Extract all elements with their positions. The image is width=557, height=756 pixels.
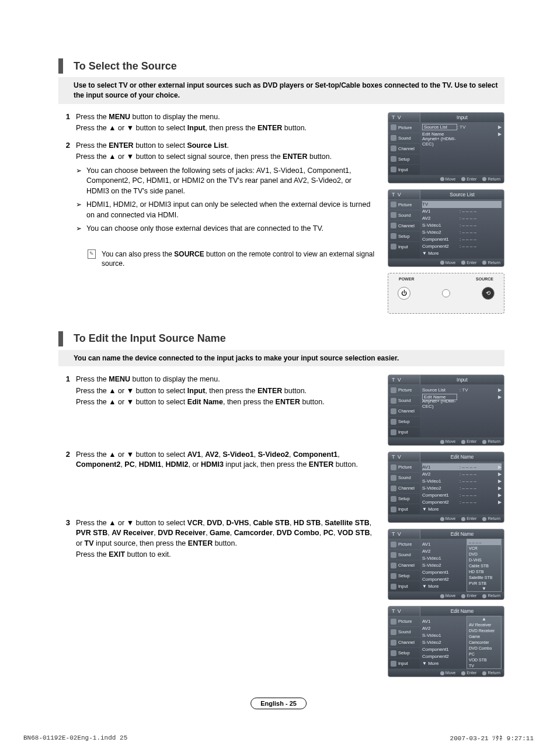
osd-footer-return[interactable]: Return xyxy=(482,176,500,182)
osd-sidebar-item[interactable]: Picture xyxy=(388,616,420,626)
osd-sidebar-item[interactable]: Setup xyxy=(388,416,420,426)
osd-footer-enter[interactable]: Enter xyxy=(461,593,476,598)
osd-sidebar-item[interactable]: Picture xyxy=(388,462,420,472)
dropdown-item[interactable]: TV xyxy=(467,663,501,668)
dropdown-item[interactable]: Cable STB xyxy=(467,563,501,568)
osd-main-row[interactable]: S-Video2: – – – –▶ xyxy=(422,484,502,491)
osd-footer-enter[interactable]: Enter xyxy=(461,516,476,521)
dropdown-arrow-up-icon[interactable]: ▲ xyxy=(467,616,501,622)
osd-footer-move[interactable]: Move xyxy=(440,516,456,521)
osd-sidebar-item[interactable]: Input xyxy=(388,658,420,668)
osd-sidebar-item[interactable]: Channel xyxy=(388,405,420,416)
osd-main-row[interactable]: AV2: – – – – xyxy=(422,215,502,222)
osd-sidebar-item[interactable]: Sound xyxy=(388,472,420,483)
osd-footer-return[interactable]: Return xyxy=(482,670,500,675)
osd-sidebar-item[interactable]: Channel xyxy=(388,143,420,154)
dropdown-item[interactable]: Satellite STB xyxy=(467,574,501,580)
osd-sidebar-item[interactable]: Picture xyxy=(388,539,420,549)
dropdown-item[interactable]: DVD Combo xyxy=(467,645,501,651)
osd-sidebar-item[interactable]: Setup xyxy=(388,231,420,241)
osd-sidebar-item[interactable]: Picture xyxy=(388,122,420,133)
osd-main-row[interactable]: Component1: – – – – xyxy=(422,236,502,243)
osd-main-row[interactable]: ▼ More xyxy=(422,250,502,257)
osd-footer-enter[interactable]: Enter xyxy=(461,176,476,182)
osd-footer-return[interactable]: Return xyxy=(482,516,500,521)
dropdown-item-selected[interactable]: – – – – xyxy=(467,539,501,545)
dropdown-item[interactable]: DVD xyxy=(467,551,501,557)
osd-footer-enter[interactable]: Enter xyxy=(461,439,476,444)
osd-sidebar-item[interactable]: Channel xyxy=(388,637,420,647)
osd-sidebar-item[interactable]: Setup xyxy=(388,647,420,658)
osd-header-title: Edit Name xyxy=(420,529,504,539)
osd-main-row[interactable]: Source List: TV▶ xyxy=(422,386,502,393)
osd-sidebar-item[interactable]: Input xyxy=(388,504,420,514)
osd-main-row[interactable]: Anynet+ (HDMI-CEC) xyxy=(422,400,502,407)
osd-sidebar-item[interactable]: Sound xyxy=(388,210,420,220)
osd-dropdown[interactable]: ▲AV ReceiverDVD ReceiverGameCamcorderDVD… xyxy=(467,616,502,669)
dropdown-item[interactable]: PVR STB xyxy=(467,580,501,586)
osd-tv-label: T V xyxy=(388,606,420,616)
dropdown-item[interactable]: Game xyxy=(467,633,501,639)
osd-sidebar-item[interactable]: Channel xyxy=(388,483,420,493)
osd-footer-move[interactable]: Move xyxy=(440,670,456,675)
dropdown-item[interactable]: VCR xyxy=(467,545,501,551)
osd-row-label: AV1 xyxy=(422,209,459,214)
osd-footer-move[interactable]: Move xyxy=(440,593,456,598)
osd-footer-enter[interactable]: Enter xyxy=(461,260,476,265)
osd-sidebar-item[interactable]: Input xyxy=(388,164,420,175)
osd-footer-move[interactable]: Move xyxy=(440,260,456,265)
osd-footer-enter[interactable]: Enter xyxy=(461,670,476,675)
osd-main-row[interactable]: AV1: – – – – xyxy=(422,208,502,215)
osd-main-row[interactable]: S-Video2: – – – – xyxy=(422,229,502,236)
osd-sidebar-item[interactable]: Channel xyxy=(388,560,420,570)
dropdown-item[interactable]: AV Receiver xyxy=(467,622,501,627)
dropdown-item[interactable]: VOD STB xyxy=(467,657,501,663)
osd-tv-label: T V xyxy=(388,190,420,199)
osd-footer-return[interactable]: Return xyxy=(482,593,500,598)
dropdown-item[interactable]: PC xyxy=(467,651,501,657)
osd-footer-return[interactable]: Return xyxy=(482,260,500,265)
osd-row-label: AV1 xyxy=(422,619,459,624)
osd-footer-move[interactable]: Move xyxy=(440,176,456,182)
osd-sidebar-item[interactable]: Picture xyxy=(388,199,420,210)
dropdown-item[interactable]: Camcorder xyxy=(467,639,501,645)
osd-sidebar-item[interactable]: Input xyxy=(388,581,420,591)
remote-source-button[interactable]: ⟲ xyxy=(482,287,495,300)
dropdown-item[interactable]: HD STB xyxy=(467,568,501,574)
osd-main-row[interactable]: AV2: – – – –▶ xyxy=(422,470,502,477)
osd-footer: MoveEnterReturn xyxy=(388,437,504,445)
osd-main-row[interactable]: Component2: – – – – xyxy=(422,243,502,250)
dropdown-item[interactable]: DVD Receiver xyxy=(467,627,501,633)
osd-main-row[interactable]: S-Video1: – – – –▶ xyxy=(422,477,502,484)
osd-sidebar-item[interactable]: Picture xyxy=(388,384,420,395)
osd-sidebar-item[interactable]: Sound xyxy=(388,395,420,405)
osd-main-row[interactable]: TV xyxy=(422,201,502,208)
remote-small-button[interactable] xyxy=(442,289,450,297)
osd-footer: MoveEnterReturn xyxy=(388,175,504,183)
osd-row-label: Source List xyxy=(422,387,459,393)
osd-sidebar-item[interactable]: Input xyxy=(388,426,420,437)
osd-sidebar-item[interactable]: Setup xyxy=(388,570,420,581)
osd-tv-label: T V xyxy=(388,452,420,462)
osd-sidebar-item[interactable]: Channel xyxy=(388,220,420,231)
osd-main-row[interactable]: Anynet+ (HDMI-CEC) xyxy=(422,138,502,145)
osd-sidebar-item[interactable]: Input xyxy=(388,241,420,252)
osd-footer-move[interactable]: Move xyxy=(440,439,456,444)
osd-footer-return[interactable]: Return xyxy=(482,439,500,444)
dropdown-item[interactable]: D-VHS xyxy=(467,557,501,563)
osd-dropdown[interactable]: – – – –VCRDVDD-VHSCable STBHD STBSatelli… xyxy=(467,539,502,592)
osd-sidebar-item[interactable]: Setup xyxy=(388,493,420,504)
step-line: Press the EXIT button to exit. xyxy=(76,550,376,560)
osd-sidebar-item[interactable]: Sound xyxy=(388,626,420,637)
osd-main-row[interactable]: Component2: – – – –▶ xyxy=(422,498,502,505)
remote-power-button[interactable]: ⏻ xyxy=(398,287,410,300)
osd-main-row[interactable]: Component1: – – – –▶ xyxy=(422,491,502,498)
osd-sidebar-item[interactable]: Setup xyxy=(388,154,420,164)
osd-sidebar-item[interactable]: Sound xyxy=(388,133,420,143)
osd-main-row[interactable]: Source List: TV▶ xyxy=(422,124,502,131)
dropdown-arrow-down-icon[interactable]: ▼ xyxy=(467,586,501,591)
osd-sidebar-item[interactable]: Sound xyxy=(388,549,420,560)
osd-main-row[interactable]: ▼ More xyxy=(422,505,502,512)
osd-main-row[interactable]: AV1: – – – –▶ xyxy=(422,463,502,470)
osd-main-row[interactable]: S-Video1: – – – – xyxy=(422,222,502,229)
